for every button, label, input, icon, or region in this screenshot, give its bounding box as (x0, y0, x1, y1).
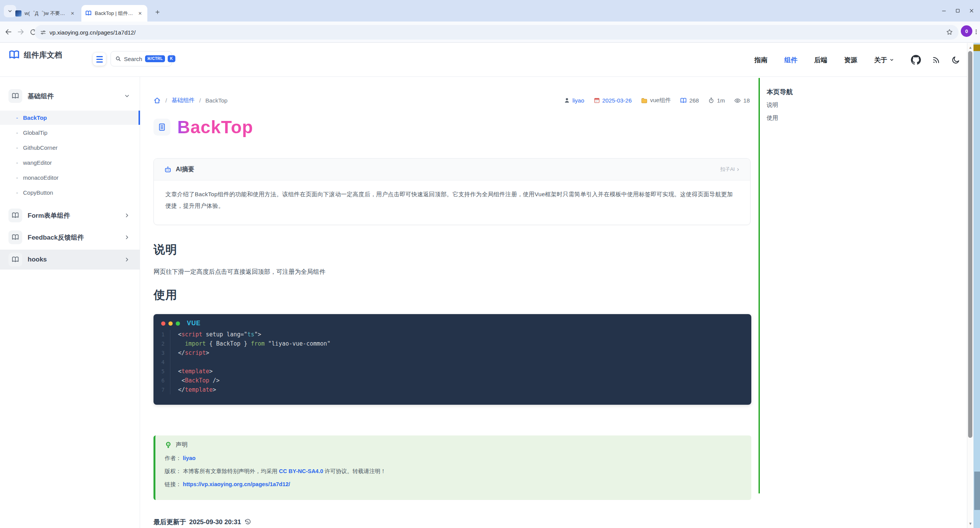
plus-icon (155, 9, 160, 15)
code-line: 6 <BackTop /> (153, 376, 751, 385)
open-book-icon (8, 209, 22, 222)
meta-date-link[interactable]: 2025-03-26 (602, 97, 632, 104)
hamburger-menu-button[interactable] (93, 53, 106, 66)
chevron-right-icon[interactable] (124, 234, 130, 240)
code-token: BackTop (185, 377, 209, 384)
scrollbar-down-arrow[interactable]: ▼ (967, 520, 973, 526)
browser-menu-icon[interactable] (972, 26, 980, 38)
code-token: </ (178, 386, 185, 393)
folder-icon (641, 97, 648, 104)
site-info-icon[interactable] (40, 29, 46, 36)
notice-link-row: 链接： https://vp.xiaoying.org.cn/pages/1a7… (165, 481, 742, 488)
calendar-icon (594, 97, 600, 104)
sidebar-item-backtop[interactable]: - BackTop (0, 111, 140, 125)
main-nav: 指南 组件 后端 资源 关于 (754, 43, 960, 77)
section-heading-shiyong: 使用 (153, 287, 177, 303)
sidebar-item-monacoeditor[interactable]: - monacoEditor (0, 170, 140, 185)
site-title: 组件库文档 (24, 50, 62, 60)
forward-button[interactable] (15, 26, 27, 38)
sidebar-item-copybutton[interactable]: - CopyButton (0, 185, 140, 200)
rss-icon[interactable] (932, 56, 940, 65)
profile-avatar[interactable]: 0 (961, 25, 972, 37)
notice-card: 声明 作者： liyao 版权： 本博客所有文章除特别声明外，均采用 CC BY… (153, 435, 751, 500)
scrollbar-up-arrow[interactable]: ▲ (967, 44, 973, 50)
toc-item-shiyong[interactable]: 使用 (767, 114, 778, 122)
dark-mode-moon-icon[interactable] (951, 56, 960, 65)
minimize-button[interactable] (937, 5, 951, 17)
github-icon[interactable] (911, 55, 921, 65)
nav-guide[interactable]: 指南 (754, 56, 767, 65)
sidebar-item-label: GlobalTip (23, 129, 48, 136)
chevron-right-icon[interactable] (124, 257, 130, 263)
home-icon[interactable] (153, 97, 161, 104)
code-token: ts (247, 331, 254, 338)
code-token: template (185, 386, 213, 393)
item-bullet: - (16, 174, 18, 181)
ai-summary-card: AI摘要 扣子AI 文章介绍了BackTop组件的功能和使用方法。该组件在页面向… (153, 158, 751, 225)
site-logo[interactable]: 组件库文档 (8, 49, 62, 61)
line-number: 1 (153, 330, 170, 339)
code-token: " (244, 331, 247, 338)
maximize-button[interactable] (951, 5, 965, 17)
inner-scrollbar-thumb[interactable] (968, 51, 972, 438)
notice-license-link[interactable]: CC BY-NC-SA4.0 (279, 468, 323, 474)
tab-close-icon[interactable]: ✕ (69, 10, 76, 17)
search-input[interactable]: Search ⌘/CTRL K (111, 51, 172, 66)
chevron-down-icon[interactable] (124, 93, 130, 99)
back-button[interactable] (2, 26, 15, 38)
code-token: > (209, 368, 213, 375)
notice-permalink[interactable]: https://vp.xiaoying.org.cn/pages/1a7d12/ (183, 481, 290, 487)
sidebar-group-form-components[interactable]: Form表单组件 (0, 205, 140, 225)
outer-scrollbar-track[interactable] (973, 43, 980, 528)
browser-tab-active[interactable]: BackTop | 组件库文档 ✕ (81, 5, 147, 22)
close-button[interactable] (965, 5, 978, 17)
sidebar-group-feedback-components[interactable]: Feedback反馈组件 (0, 227, 140, 247)
code-block-header: VUE (153, 314, 751, 327)
browser-tab-inactive[interactable]: w(゜Д゜)w 不要走！再看看嘛！ ✕ (12, 5, 80, 22)
breadcrumb-section-link[interactable]: 基础组件 (172, 97, 195, 104)
stopwatch-icon (708, 97, 714, 104)
outer-scrollbar-thumb[interactable] (974, 472, 980, 510)
nav-backend[interactable]: 后端 (814, 56, 827, 65)
outer-scrollbar-thumb-top[interactable] (973, 45, 980, 51)
sidebar-group-label: Form表单组件 (28, 211, 70, 220)
toc-item-shuoming[interactable]: 说明 (767, 101, 778, 109)
code-token: import (185, 340, 206, 347)
nav-components[interactable]: 组件 (784, 56, 797, 65)
ai-provider-link[interactable]: 扣子AI (720, 166, 740, 173)
code-lang-label: VUE (187, 320, 201, 327)
code-token: < (178, 331, 181, 338)
search-shortcut-badge: ⌘/CTRL (145, 55, 165, 62)
new-tab-button[interactable] (152, 7, 163, 17)
line-number: 6 (153, 376, 170, 385)
code-token: > (206, 349, 209, 356)
tab-close-icon[interactable]: ✕ (137, 10, 144, 17)
nav-about-dropdown[interactable]: 关于 (874, 56, 894, 65)
code-token: { BackTop } (206, 340, 251, 347)
sidebar-group-label: Feedback反馈组件 (28, 233, 84, 242)
chevron-right-icon[interactable] (124, 212, 130, 218)
url-text[interactable]: vp.xiaoying.org.cn/pages/1a7d12/ (49, 29, 135, 36)
nav-about-label: 关于 (874, 56, 887, 65)
sidebar-item-label: GithubCorner (23, 144, 58, 151)
notice-copyright-suffix: 许可协议。转载请注明！ (325, 468, 386, 474)
section-text-shuoming: 网页往下滑一定高度后点击可直接返回顶部，可注册为全局组件 (153, 268, 325, 276)
bookmark-star-icon[interactable] (946, 28, 953, 36)
sidebar-group-hooks[interactable]: hooks (0, 250, 140, 270)
nav-resources[interactable]: 资源 (844, 56, 857, 65)
sidebar-item-wangeditor[interactable]: - wangEditor (0, 156, 140, 170)
sidebar-item-githubcorner[interactable]: - GithubCorner (0, 141, 140, 155)
sidebar-item-globaltip[interactable]: - GlobalTip (0, 126, 140, 140)
address-bar[interactable]: vp.xiaoying.org.cn/pages/1a7d12/ (35, 25, 959, 40)
notice-author-link[interactable]: liyao (183, 455, 196, 461)
page-title: BackTop (177, 117, 253, 137)
line-number: 5 (153, 367, 170, 376)
search-placeholder: Search (124, 56, 142, 62)
meta-author-link[interactable]: liyao (572, 97, 584, 104)
line-number: 7 (153, 385, 170, 394)
breadcrumb-current: BackTop (205, 97, 228, 104)
code-token (178, 340, 185, 347)
lightbulb-icon (165, 441, 172, 449)
code-line: 5 <template> (153, 367, 751, 376)
sidebar-group-basic-components[interactable]: 基础组件 (0, 86, 140, 106)
